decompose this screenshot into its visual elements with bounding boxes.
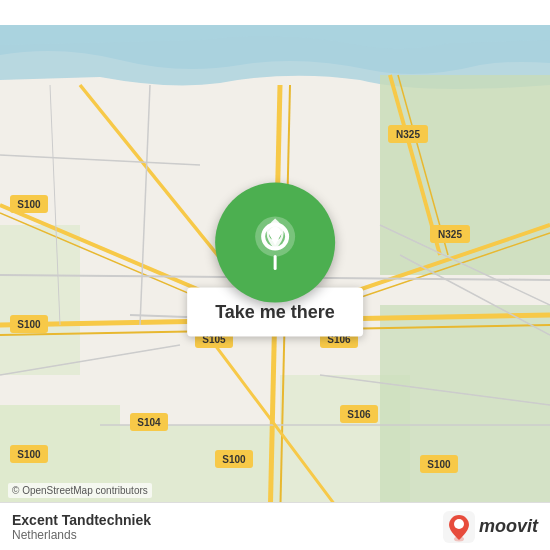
location-country: Netherlands: [12, 528, 151, 542]
svg-text:N325: N325: [438, 229, 462, 240]
location-name: Excent Tandtechniek: [12, 512, 151, 528]
svg-text:S100: S100: [17, 319, 41, 330]
svg-point-58: [454, 519, 464, 529]
svg-text:N325: N325: [396, 129, 420, 140]
moovit-logo: moovit: [443, 511, 538, 543]
svg-text:S100: S100: [427, 459, 451, 470]
green-circle: [215, 183, 335, 303]
svg-rect-4: [380, 305, 550, 525]
map-attribution: © OpenStreetMap contributors: [8, 483, 152, 498]
location-pin-icon: [248, 213, 302, 273]
moovit-logo-icon: [443, 511, 475, 543]
location-info: Excent Tandtechniek Netherlands: [12, 512, 151, 542]
svg-rect-6: [380, 75, 550, 275]
bottom-bar: Excent Tandtechniek Netherlands moovit: [0, 502, 550, 550]
svg-text:S106: S106: [347, 409, 371, 420]
moovit-logo-text: moovit: [479, 516, 538, 537]
svg-rect-5: [0, 225, 80, 375]
take-me-there-container: Take me there: [187, 183, 363, 337]
svg-text:S100: S100: [222, 454, 246, 465]
svg-text:S104: S104: [137, 417, 161, 428]
svg-text:S100: S100: [17, 449, 41, 460]
svg-text:S100: S100: [17, 199, 41, 210]
map-container: S100 S100 S100 S100 S100 S104 S105 S106 …: [0, 0, 550, 550]
